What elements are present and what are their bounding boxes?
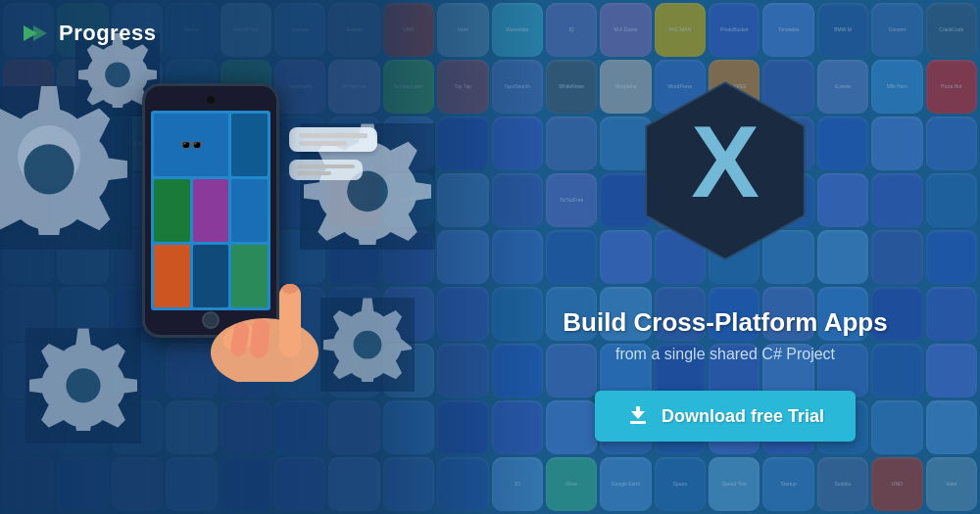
speech-bubble-1 — [289, 127, 377, 180]
right-content-area: X Build Cross-Platform Apps from a singl… — [490, 0, 980, 514]
svg-rect-15 — [630, 421, 646, 424]
download-icon — [626, 404, 650, 428]
svg-rect-17 — [636, 406, 640, 415]
hand-pointer — [186, 225, 343, 382]
svg-rect-8 — [279, 284, 301, 357]
progress-logo: Progress — [20, 18, 156, 49]
xamarin-logo: X — [627, 72, 823, 288]
hero-subheadline: from a single shared C# Project — [615, 346, 835, 363]
svg-point-3 — [105, 63, 130, 88]
svg-text:X: X — [691, 104, 760, 218]
svg-point-2 — [24, 144, 74, 194]
svg-point-9 — [282, 284, 298, 294]
progress-logo-text: Progress — [59, 21, 156, 46]
gear-bottom-left — [29, 323, 137, 435]
app-container: 3DGlowGoogle EarthSpaceSpeed TestStartup… — [0, 0, 980, 514]
hero-headline: Build Cross-Platform Apps — [563, 307, 887, 338]
svg-marker-1 — [33, 25, 47, 41]
download-trial-button[interactable]: Download free Trial — [595, 391, 856, 442]
progress-logo-icon — [20, 18, 51, 49]
svg-point-6 — [66, 368, 100, 402]
svg-point-5 — [354, 331, 382, 359]
download-button-label: Download free Trial — [662, 406, 824, 427]
